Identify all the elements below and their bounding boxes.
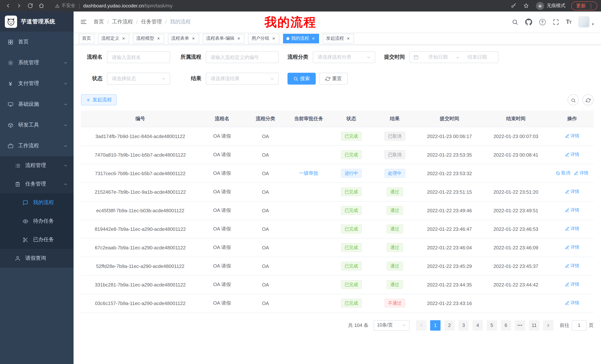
sidebar-item-process-management[interactable]: 流程管理 [0,156,74,175]
sidebar-item-home[interactable]: 首页 [0,31,74,52]
font-size-icon[interactable]: TT [566,19,571,25]
sidebar-item-my-process[interactable]: 我的流程 [0,193,74,212]
close-icon[interactable]: × [191,36,196,41]
cell-process-name: OA 请假 [200,257,244,275]
pager-page-6[interactable]: 6 [501,320,511,330]
start-process-button[interactable]: 发起流程 [81,94,117,105]
sidebar-item-label: 研发工具 [18,122,39,128]
home-icon[interactable] [37,2,45,10]
page-size-select[interactable]: 10条/页 [374,320,410,330]
sidebar-item-dev-tools[interactable]: 研发工具 [0,115,74,135]
current-task-link[interactable]: 一级审批 [299,170,318,177]
refresh-table-button[interactable] [582,94,594,105]
close-icon[interactable]: × [311,36,316,41]
detail-link[interactable]: 详情 [565,244,579,251]
logo-avatar [5,15,17,28]
close-icon[interactable]: × [346,36,351,41]
detail-link[interactable]: 详情 [565,207,579,213]
user-avatar-menu[interactable]: ▼ [578,16,594,28]
pager-page-3[interactable]: 3 [458,320,469,330]
pager-page-1[interactable]: 1 [430,320,441,330]
result-select[interactable]: 请选择流结果 [206,73,279,85]
monitor-icon [7,102,14,107]
sidebar-item-system[interactable]: 系统管理 [0,52,74,73]
update-button[interactable]: 更新 ⋮ [571,1,597,10]
detail-link[interactable]: 详情 [565,152,579,158]
edit-icon [565,301,569,305]
fullscreen-icon[interactable] [552,19,559,25]
cell-actions: 详情 [551,201,594,220]
pager-page-5[interactable]: 5 [487,320,497,330]
detail-link[interactable]: 详情 [565,281,579,288]
close-icon[interactable]: × [236,36,241,41]
breadcrumb-item[interactable]: 首页 [94,19,104,25]
tab-process-form[interactable]: 流程表单× [168,34,199,43]
tab-process-form-edit[interactable]: 流程表单-编辑× [203,34,244,43]
detail-link[interactable]: 详情 [565,189,579,195]
bookmark-star-icon[interactable] [522,2,530,10]
chevron-down-icon [401,323,406,328]
detail-link[interactable]: 详情 [565,226,579,232]
process-definition-input[interactable] [206,51,279,63]
detail-link[interactable]: 详情 [565,300,579,306]
kebab-menu-icon[interactable]: ⋮ [588,3,594,8]
tab-home[interactable]: 首页 [79,34,94,43]
cell-submit-time: 2022-01-22 23:43:16 [418,294,481,312]
github-icon[interactable] [525,18,532,25]
tab-start-process[interactable]: 发起流程× [323,34,354,43]
reset-button[interactable]: 重置 [320,73,348,85]
sidebar-item-infrastructure[interactable]: 基础设施 [0,94,74,115]
cell-category: OA [245,257,287,275]
close-icon[interactable]: × [121,36,126,41]
tab-process-definition[interactable]: 流程定义× [98,34,129,43]
cell-end-time: 2022-01-22 23:49:51 [481,201,551,220]
sidebar-item-task-management[interactable]: 任务管理 [0,175,74,193]
key-icon[interactable] [509,2,517,10]
tab-my-process[interactable]: 我的流程× [283,34,319,43]
date-range-picker[interactable]: 开始日期 - 结束日期 [409,51,499,63]
cell-end-time [481,164,551,182]
process-name-input[interactable] [107,51,170,63]
incognito-badge: 无痕模式 [536,2,565,10]
close-icon[interactable]: × [156,36,161,41]
breadcrumb-item[interactable]: 任务管理 [141,19,162,25]
tab-user-group[interactable]: 用户分组× [248,34,279,43]
detail-link[interactable]: 详情 [565,133,579,139]
search-icon[interactable] [512,19,518,25]
detail-link[interactable]: 详情 [565,263,579,269]
next-page-button[interactable] [543,320,553,330]
hamburger-menu-icon[interactable] [77,19,90,25]
cancel-link[interactable]: 取消 [556,170,570,176]
reload-icon[interactable] [26,2,34,10]
back-icon[interactable] [4,2,12,10]
sidebar-item-leave-query[interactable]: 请假查询 [0,249,74,268]
address-bar[interactable]: 不安全 dashboard.yudao.iocoder.cn/bpm/task/… [55,3,509,9]
close-icon[interactable]: × [271,36,276,41]
sidebar-item-workflow[interactable]: 工作流程 [0,135,74,156]
avatar[interactable] [578,16,590,28]
toggle-search-button[interactable] [568,94,579,105]
cell-process-name: OA 请假 [200,238,244,257]
help-icon[interactable]: ? [539,19,545,25]
sidebar-item-todo-tasks[interactable]: 待办任务 [0,212,74,230]
cell-status: 已完成 [331,294,372,312]
category-select[interactable]: 请选择流程分类 [313,51,375,63]
cell-process-name: OA 请假 [200,145,244,164]
detail-link[interactable]: 详情 [574,170,588,176]
process-name-label: 流程名 [81,54,107,60]
search-button[interactable]: 搜索 [288,73,316,85]
breadcrumb-item[interactable]: 工作流程 [112,19,133,25]
forward-icon[interactable] [15,2,23,10]
pager-page-2[interactable]: 2 [444,320,455,330]
security-indicator[interactable]: 不安全 [55,3,75,9]
sidebar-item-done-tasks[interactable]: 已办任务 [0,230,74,249]
prev-page-button[interactable] [416,320,426,330]
status-select[interactable]: 请选择状态 [107,73,170,85]
cell-process-name: OA 请假 [200,127,244,145]
pager-page-11[interactable]: 11 [529,320,539,330]
pager-page-4[interactable]: 4 [472,320,483,330]
tab-process-model[interactable]: 流程模型× [133,34,164,43]
sidebar-item-payment[interactable]: ¥支付管理 [0,73,74,94]
jump-page-input[interactable] [572,320,587,330]
cell-category: OA [245,275,287,294]
